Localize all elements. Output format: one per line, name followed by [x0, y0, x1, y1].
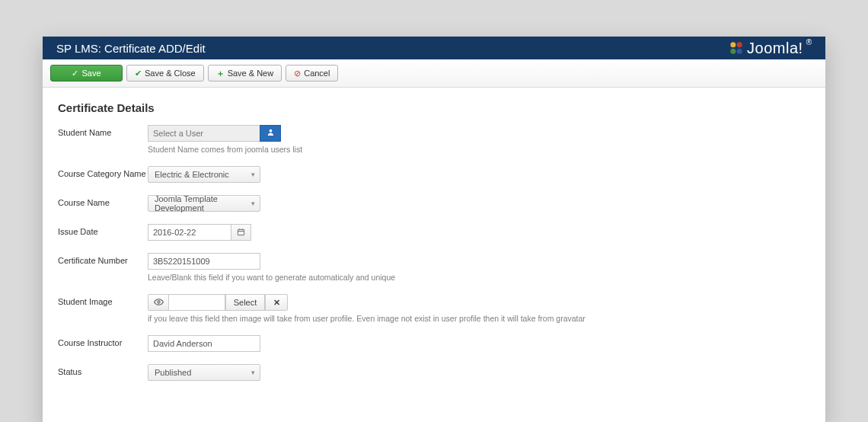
plus-icon: ＋	[216, 69, 225, 78]
cancel-label: Cancel	[304, 69, 330, 78]
row-issue-date: Issue Date	[58, 224, 810, 241]
svg-rect-5	[238, 229, 244, 235]
course-category-select[interactable]: Electric & Electronic	[148, 166, 260, 183]
close-icon: ✕	[273, 298, 280, 308]
brand: Joomla! ®	[729, 40, 812, 57]
page-header: SP LMS: Certificate ADD/Edit Joomla! ®	[43, 37, 825, 59]
svg-point-9	[157, 300, 159, 302]
check-icon: ✔	[135, 69, 142, 78]
svg-point-0	[730, 42, 736, 47]
save-button[interactable]: ✓ Save	[50, 65, 123, 82]
row-instructor: Course Instructor	[58, 335, 810, 352]
save-label: Save	[81, 69, 101, 78]
label-instructor: Course Instructor	[58, 335, 148, 347]
eye-icon	[154, 297, 164, 309]
select-image-button[interactable]: Select	[225, 294, 265, 311]
brand-registered: ®	[806, 38, 812, 46]
instructor-input[interactable]	[148, 335, 260, 352]
svg-point-1	[737, 42, 742, 47]
select-user-button[interactable]	[260, 125, 281, 142]
status-value: Published	[155, 368, 191, 377]
label-issue-date: Issue Date	[58, 224, 148, 236]
label-course-name: Course Name	[58, 195, 148, 207]
cert-number-input[interactable]	[148, 253, 260, 270]
preview-image-button[interactable]	[148, 294, 169, 311]
check-icon: ✓	[72, 69, 78, 78]
section-title: Certificate Details	[58, 101, 810, 114]
issue-date-input[interactable]	[148, 224, 231, 241]
status-select[interactable]: Published	[148, 364, 260, 381]
help-student-image: if you leave this field then image will …	[148, 314, 586, 323]
help-cert-number: Leave/Blank this field if you want to ge…	[148, 273, 395, 282]
label-course-category: Course Category Name	[58, 166, 148, 178]
cancel-icon: ⊘	[294, 69, 301, 78]
course-name-select[interactable]: Joomla Template Development	[148, 195, 260, 212]
calendar-button[interactable]	[231, 224, 251, 241]
page-title: SP LMS: Certificate ADD/Edit	[56, 42, 206, 55]
save-close-label: Save & Close	[145, 69, 196, 78]
label-status: Status	[58, 364, 148, 376]
label-student-name: Student Name	[58, 125, 148, 137]
form-content: Certificate Details Student Name Student…	[43, 88, 825, 422]
save-new-label: Save & New	[228, 69, 274, 78]
select-image-label: Select	[234, 298, 257, 307]
toolbar: ✓ Save ✔ Save & Close ＋ Save & New ⊘ Can…	[43, 59, 825, 88]
row-course-category: Course Category Name Electric & Electron…	[58, 166, 810, 183]
row-status: Status Published	[58, 364, 810, 381]
cancel-button[interactable]: ⊘ Cancel	[286, 65, 338, 82]
label-student-image: Student Image	[58, 294, 148, 306]
clear-image-button[interactable]: ✕	[265, 294, 288, 311]
student-name-input[interactable]	[148, 125, 260, 142]
image-path-display	[169, 294, 225, 311]
row-student-image: Student Image Select ✕ if	[58, 294, 810, 323]
row-student-name: Student Name Student Name comes from joo…	[58, 125, 810, 154]
row-course-name: Course Name Joomla Template Development	[58, 195, 810, 212]
help-student-name: Student Name comes from joomla users lis…	[148, 145, 302, 154]
svg-point-2	[730, 49, 736, 54]
row-cert-number: Certificate Number Leave/Blank this fiel…	[58, 253, 810, 282]
svg-point-3	[737, 49, 742, 54]
joomla-logo-icon	[729, 40, 744, 56]
svg-point-4	[269, 129, 272, 133]
save-close-button[interactable]: ✔ Save & Close	[126, 65, 204, 82]
brand-text: Joomla!	[747, 40, 803, 57]
label-cert-number: Certificate Number	[58, 253, 148, 265]
course-category-value: Electric & Electronic	[155, 170, 229, 179]
save-new-button[interactable]: ＋ Save & New	[208, 65, 282, 82]
admin-panel: SP LMS: Certificate ADD/Edit Joomla! ® ✓…	[43, 37, 825, 422]
user-icon	[266, 128, 275, 139]
calendar-icon	[237, 228, 245, 238]
course-name-value: Joomla Template Development	[155, 194, 243, 213]
